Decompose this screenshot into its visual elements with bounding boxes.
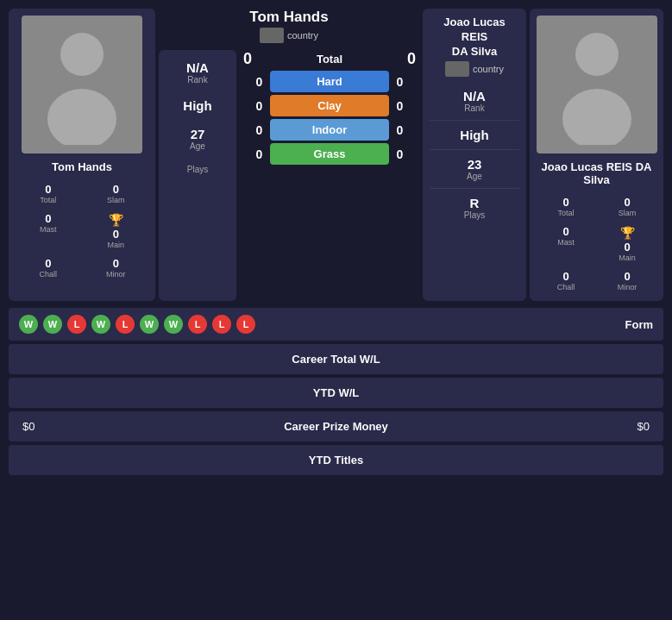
career-prize-row: $0 Career Prize Money $0: [9, 411, 663, 442]
p2-rank-val: N/A: [433, 89, 516, 103]
p2-country-row: country: [430, 61, 519, 77]
player2-stats-grid: 0 Total 0 Slam 0 Mast 🏆 0 Main 0: [537, 193, 656, 294]
p1-total-val: 0: [18, 183, 79, 196]
hard-row: 0 Hard 0: [240, 71, 419, 92]
p1-chall-lab: Chall: [18, 270, 79, 279]
p1-rank-block: N/A Rank: [164, 55, 231, 90]
total-row: 0 Total 0: [240, 50, 419, 68]
p2-mid-stats-panel: Joao Lucas REIS DA Silva country N/A Ran…: [423, 9, 526, 301]
p1-slam-lab: Slam: [86, 196, 147, 204]
p2-rank-lab: Rank: [433, 103, 516, 113]
p2-minor-val: 0: [600, 270, 654, 283]
total-label: Total: [317, 53, 342, 66]
hard-btn[interactable]: Hard: [270, 71, 389, 92]
clay-p2: 0: [389, 99, 411, 113]
p1-trophy-icon: 🏆: [109, 213, 123, 227]
p2-plays-val: R: [433, 196, 516, 210]
player1-name: Tom Hands: [52, 160, 112, 173]
center-inner: N/A Rank High 27 Age Plays: [159, 50, 419, 301]
p1-high-val: High: [171, 98, 224, 113]
p2-name-header: Joao Lucas REIS DA Silva country: [430, 16, 519, 77]
p2-total-cell: 0 Total: [537, 193, 595, 220]
player2-name: Joao Lucas REIS DA Silva: [537, 160, 656, 186]
form-badge-7: L: [188, 315, 207, 334]
svg-point-3: [562, 89, 631, 145]
p1-age-block: 27 Age: [164, 122, 231, 156]
form-strip: W W L W L W W L L L Form: [9, 308, 663, 341]
grass-row: 0 Grass 0: [240, 143, 419, 165]
p2-high-block: High: [430, 121, 519, 150]
svg-point-0: [60, 33, 104, 76]
p1-slam-cell: 0 Slam: [84, 180, 149, 207]
p1-high-block: High: [164, 93, 231, 118]
p1-title: Tom Hands: [159, 9, 419, 26]
p2-chall-cell: 0 Chall: [537, 267, 595, 294]
main-container: Tom Hands 0 Total 0 Slam 0 Mast 🏆 0 Mai: [0, 0, 672, 484]
p2-minor-lab: Minor: [600, 283, 654, 291]
p1-minor-lab: Minor: [86, 270, 147, 279]
svg-point-1: [47, 89, 116, 145]
p1-chall-val: 0: [18, 257, 79, 270]
p1-plays-block: Plays: [164, 160, 231, 179]
p2-country-text: country: [473, 64, 504, 74]
p1-trophy-cell: 🏆 0 Main: [84, 210, 149, 252]
p1-total-lab: Total: [18, 196, 79, 204]
p1-country-row: country: [159, 28, 419, 43]
p1-mast-cell: 0 Mast: [16, 210, 81, 252]
top-area: Tom Hands 0 Total 0 Slam 0 Mast 🏆 0 Mai: [9, 9, 663, 301]
hard-p1: 0: [248, 75, 270, 89]
p1-header: Tom Hands country: [159, 9, 419, 43]
p2-high-val: High: [433, 128, 516, 142]
p2-main-lab: Main: [600, 254, 654, 262]
p2-mast-lab: Mast: [539, 238, 593, 247]
center-panel: Tom Hands country N/A Rank High: [159, 9, 419, 301]
indoor-btn[interactable]: Indoor: [270, 119, 389, 141]
clay-row: 0 Clay 0: [240, 95, 419, 116]
player2-silhouette: [554, 24, 640, 145]
p1-main-val: 0: [86, 228, 147, 241]
ytd-titles-label: YTD Titles: [22, 454, 650, 467]
p1-plays-lab: Plays: [171, 165, 224, 174]
career-total-label: Career Total W/L: [22, 353, 650, 366]
p1-mid-stats: N/A Rank High 27 Age Plays: [159, 50, 236, 301]
form-badge-9: L: [236, 315, 255, 334]
p1-main-lab: Main: [86, 241, 147, 249]
bottom-section: W W L W L W W L L L Form Career Total W/…: [9, 308, 663, 475]
clay-p1: 0: [248, 99, 270, 113]
grass-p2: 0: [389, 147, 411, 161]
player1-avatar: [22, 16, 142, 153]
ytd-wl-label: YTD W/L: [22, 386, 650, 399]
form-badge-2: L: [67, 315, 86, 334]
form-badge-8: L: [212, 315, 231, 334]
p2-chall-val: 0: [539, 270, 593, 283]
grass-btn[interactable]: Grass: [270, 143, 389, 165]
player2-panel: Joao Lucas REIS DA Silva 0 Total 0 Slam …: [530, 9, 663, 301]
p1-prize: $0: [22, 420, 109, 433]
p2-name-display: Joao Lucas REIS DA Silva: [430, 16, 519, 59]
clay-btn[interactable]: Clay: [270, 95, 389, 116]
p1-slam-val: 0: [86, 183, 147, 196]
total-p1-score: 0: [243, 50, 252, 68]
p2-mast-val: 0: [539, 225, 593, 238]
indoor-p2: 0: [389, 123, 411, 137]
p2-slam-lab: Slam: [600, 209, 654, 217]
p2-flag: [445, 61, 469, 77]
p2-name-line2: DA Silva: [452, 45, 497, 58]
p2-rank-block: N/A Rank: [430, 82, 519, 121]
p2-slam-cell: 0 Slam: [598, 193, 656, 220]
p2-chall-lab: Chall: [539, 283, 593, 291]
p2-plays-block: R Plays: [430, 189, 519, 227]
court-section: 0 Total 0 0 Hard 0 0 Clay 0: [240, 50, 419, 301]
ytd-wl-row: YTD W/L: [9, 378, 663, 408]
p1-minor-val: 0: [86, 257, 147, 270]
p1-minor-cell: 0 Minor: [84, 254, 149, 281]
career-prize-label: Career Prize Money: [109, 420, 563, 433]
p2-total-lab: Total: [539, 209, 593, 217]
p1-mast-lab: Mast: [18, 225, 79, 234]
player2-avatar: [537, 16, 657, 153]
p2-mast-cell: 0 Mast: [537, 222, 595, 265]
total-p2-score: 0: [407, 50, 416, 68]
player1-panel: Tom Hands 0 Total 0 Slam 0 Mast 🏆 0 Mai: [9, 9, 155, 301]
p2-age-block: 23 Age: [430, 150, 519, 189]
hard-p2: 0: [389, 75, 411, 89]
